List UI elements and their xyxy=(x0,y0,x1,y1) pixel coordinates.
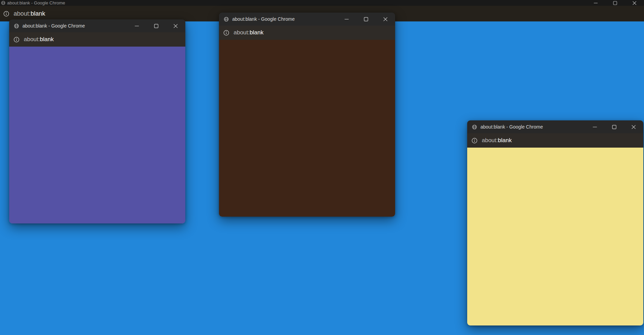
window-controls xyxy=(337,13,395,26)
close-button[interactable] xyxy=(625,0,644,6)
window-titlebar[interactable]: about:blank - Google Chrome xyxy=(467,120,643,133)
window-controls xyxy=(586,0,644,6)
window-addressbar: about:blank xyxy=(219,26,395,40)
chrome-window-2: about:blank - Google Chrome xyxy=(219,13,395,217)
globe-icon xyxy=(1,1,5,5)
info-icon[interactable] xyxy=(3,11,10,17)
info-icon[interactable] xyxy=(471,137,478,144)
window-addressbar: about:blank xyxy=(467,133,643,148)
maximize-button[interactable] xyxy=(605,120,624,133)
url-scheme: about: xyxy=(234,29,250,36)
window-controls xyxy=(127,19,185,32)
window-title: about:blank - Google Chrome xyxy=(22,23,85,29)
url-host: blank xyxy=(40,36,54,43)
window-title: about:blank - Google Chrome xyxy=(232,16,295,22)
minimize-button[interactable] xyxy=(585,120,605,133)
window-title: about:blank - Google Chrome xyxy=(7,0,65,6)
minimize-button[interactable] xyxy=(337,13,356,26)
window-controls xyxy=(585,120,643,133)
desktop: about:blank - Google Chrome about:blank xyxy=(0,0,644,335)
maximize-button[interactable] xyxy=(605,0,625,6)
close-button[interactable] xyxy=(624,120,643,133)
url-text: about:blank xyxy=(14,10,45,17)
url-text: about:blank xyxy=(234,29,264,36)
url-host: blank xyxy=(498,137,512,144)
url-text: about:blank xyxy=(482,137,512,144)
maximize-button[interactable] xyxy=(356,13,376,26)
info-icon[interactable] xyxy=(223,30,230,36)
chrome-window-1: about:blank - Google Chrome xyxy=(9,19,185,223)
page-content xyxy=(467,148,643,325)
url-host: blank xyxy=(31,10,45,17)
url-text: about:blank xyxy=(24,36,54,43)
globe-icon xyxy=(14,23,19,29)
url-host: blank xyxy=(250,29,264,36)
background-window-titlebar[interactable]: about:blank - Google Chrome xyxy=(0,0,644,6)
url-scheme: about: xyxy=(24,36,40,43)
url-scheme: about: xyxy=(14,10,31,17)
page-content xyxy=(9,47,185,223)
chrome-window-3: about:blank - Google Chrome xyxy=(467,120,643,325)
maximize-button[interactable] xyxy=(147,19,166,32)
url-scheme: about: xyxy=(482,137,498,144)
minimize-button[interactable] xyxy=(586,0,605,6)
window-titlebar[interactable]: about:blank - Google Chrome xyxy=(9,19,185,32)
window-addressbar: about:blank xyxy=(9,32,185,47)
page-content xyxy=(219,40,395,217)
window-title: about:blank - Google Chrome xyxy=(480,124,543,130)
close-button[interactable] xyxy=(376,13,395,26)
minimize-button[interactable] xyxy=(127,19,147,32)
globe-icon xyxy=(472,124,477,130)
close-button[interactable] xyxy=(166,19,185,32)
window-titlebar[interactable]: about:blank - Google Chrome xyxy=(219,13,395,26)
info-icon[interactable] xyxy=(13,36,20,43)
globe-icon xyxy=(224,17,229,22)
